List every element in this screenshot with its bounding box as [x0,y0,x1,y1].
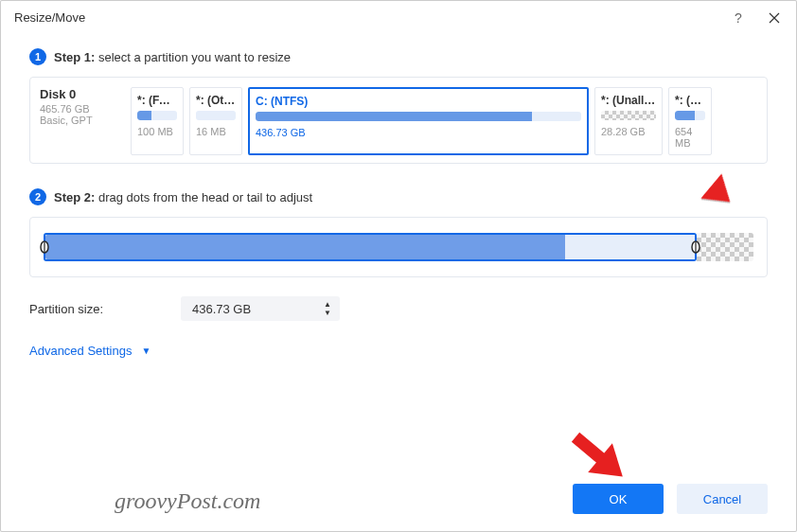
titlebar: Resize/Move ? [1,1,796,35]
partition-cell[interactable]: *: (NT...654 MB [668,87,712,155]
step2-bold: Step 2: [54,190,95,204]
partition-size-input[interactable]: 436.73 GB ▲ ▼ [181,296,340,321]
disk-meta: Disk 0 465.76 GB Basic, GPT [40,87,123,155]
partition-size-value: 436.73 GB [192,302,321,316]
footer: OK Cancel [573,484,768,514]
disk-row: Disk 0 465.76 GB Basic, GPT *: (FAT...10… [29,77,768,164]
ok-button[interactable]: OK [573,484,664,514]
resize-track[interactable] [44,233,753,261]
resize-unallocated [697,233,753,261]
partition-cell[interactable]: C: (NTFS)436.73 GB [248,87,589,155]
step2-text: drag dots from the head or tail to adjus… [95,190,312,204]
chevron-down-icon: ▼ [141,346,151,356]
watermark: groovyPost.com [115,488,260,514]
advanced-settings-label: Advanced Settings [29,344,132,358]
partition-label: *: (Oth... [196,94,236,107]
step1-badge: 1 [29,48,46,65]
stepper-down-icon[interactable]: ▼ [321,309,334,317]
partition-size: 100 MB [137,126,177,137]
partition-size: 28.28 GB [601,126,656,137]
disk-name: Disk 0 [40,87,123,101]
disk-type: Basic, GPT [40,115,123,126]
partition-label: *: (FAT... [137,94,177,107]
stepper-up-icon[interactable]: ▲ [321,300,334,309]
help-icon[interactable]: ? [730,9,747,27]
window-title: Resize/Move [14,10,85,25]
partition-cell[interactable]: *: (Oth...16 MB [189,87,242,155]
partition-bar [256,112,581,121]
step2-header: 2 Step 2: drag dots from the head or tai… [29,188,768,205]
partition-bar [196,111,236,120]
partition-size: 654 MB [675,126,705,149]
close-icon[interactable] [766,9,783,27]
partition-size: 16 MB [196,126,236,137]
resize-empty [565,235,695,259]
step2-badge: 2 [29,188,46,205]
partition-label: *: (NT... [675,94,705,107]
disk-size: 465.76 GB [40,103,123,115]
resize-handle-left[interactable] [40,240,49,254]
resize-handle-right[interactable] [691,240,700,254]
partition-cell[interactable]: *: (Unallo...28.28 GB [594,87,663,155]
cancel-button[interactable]: Cancel [677,484,768,514]
partition-size: 436.73 GB [256,127,581,138]
step1-bold: Step 1: [54,50,95,64]
partition-bar [137,111,177,120]
advanced-settings-toggle[interactable]: Advanced Settings ▼ [29,344,151,358]
partition-cell[interactable]: *: (FAT...100 MB [131,87,184,155]
partition-bar-unallocated [601,111,656,120]
resize-panel [29,217,768,277]
step1-header: 1 Step 1: select a partition you want to… [29,48,768,65]
partition-label: *: (Unallo... [601,94,656,107]
resize-partition[interactable] [44,233,697,261]
resize-fill [45,235,565,259]
resize-move-dialog: Resize/Move ? 1 Step 1: select a partiti… [0,0,797,532]
partition-size-row: Partition size: 436.73 GB ▲ ▼ [29,296,768,321]
partition-size-label: Partition size: [29,302,181,316]
partition-label: C: (NTFS) [256,95,581,108]
step1-text: select a partition you want to resize [95,50,291,64]
partition-bar [675,111,705,120]
